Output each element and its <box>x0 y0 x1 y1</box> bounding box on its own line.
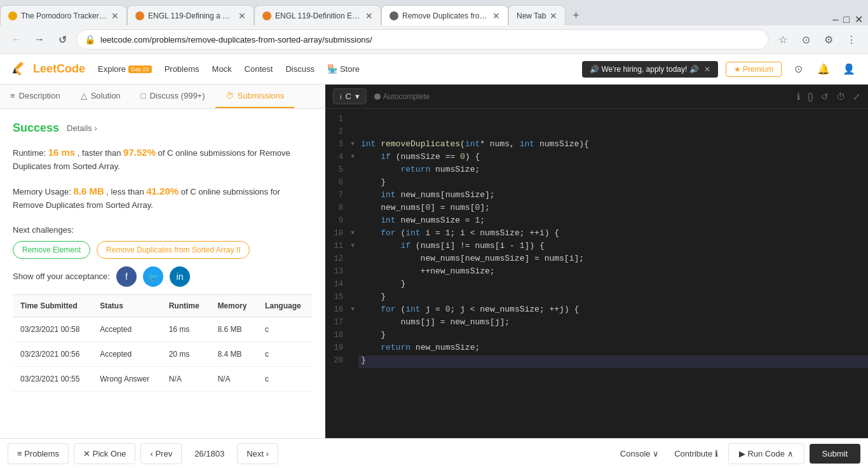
contribute-button[interactable]: Contribute ℹ <box>669 449 723 458</box>
tab-description[interactable]: ≡ Description <box>0 85 71 108</box>
linkedin-share-button[interactable]: in <box>170 266 190 287</box>
forward-button[interactable]: → <box>31 31 48 48</box>
cell-time-2: 03/23/2021 00:55 <box>13 366 92 391</box>
line-content <box>358 127 868 139</box>
nav-mock-label: Mock <box>212 64 232 74</box>
line-content: } <box>358 177 868 190</box>
cell-status-1[interactable]: Accepted <box>92 341 161 366</box>
address-bar: ← → ↺ 🔒 leetcode.com/problems/remove-dup… <box>0 25 868 53</box>
close-icon[interactable]: ✕ <box>855 13 863 25</box>
tab-discuss[interactable]: □ Discuss (999+) <box>131 85 215 108</box>
code-line: 11 ▼ if (nums[i] != nums[i - 1]) { <box>325 241 868 254</box>
next-button[interactable]: Next › <box>237 443 278 464</box>
settings-icon[interactable]: ⏱ <box>836 92 845 102</box>
memory-info: Memory Usage: 8.6 MB , less than 41.20% … <box>13 184 312 212</box>
menu-icon[interactable]: ⋮ <box>843 31 860 48</box>
tab-3-close[interactable]: ✕ <box>365 11 373 21</box>
cell-status-0[interactable]: Accepted <box>92 317 161 341</box>
reset-icon[interactable]: ↺ <box>821 92 829 102</box>
hiring-text: 🔊 We're hiring, apply today! 🔊 <box>590 65 698 74</box>
line-number: 6 <box>325 177 351 190</box>
tab-bar: The Pomodoro Tracker — ✕ ENGL 119-Defini… <box>0 0 868 25</box>
prev-button[interactable]: ‹ Prev <box>140 443 182 464</box>
run-code-button[interactable]: ▶ Run Code ∧ <box>728 443 804 464</box>
language-label: C <box>345 92 351 101</box>
table-row[interactable]: 03/23/2021 00:56 Accepted 20 ms 8.4 MB c <box>13 341 312 366</box>
tab-1[interactable]: The Pomodoro Tracker — ✕ <box>0 5 127 25</box>
header-right: 🔊 We're hiring, apply today! 🔊 ✕ ★ Premi… <box>582 60 858 78</box>
format-icon[interactable]: {} <box>808 92 813 102</box>
memory-percent: 41.20% <box>146 186 179 196</box>
line-content: int new_nums[numsSize]; <box>358 190 868 203</box>
tab-submissions[interactable]: ⏱ Submissions <box>215 85 295 108</box>
hiring-close-icon[interactable]: ✕ <box>704 65 710 74</box>
challenge-remove-duplicates-ii[interactable]: Remove Duplicates from Sorted Array II <box>97 241 250 259</box>
nav-problems[interactable]: Problems <box>165 64 200 74</box>
nav-mock[interactable]: Mock <box>212 64 232 74</box>
lc-logo[interactable]: LeetCode <box>10 60 85 79</box>
refresh-button[interactable]: ↺ <box>53 31 71 48</box>
facebook-share-button[interactable]: f <box>116 266 137 287</box>
new-tab-button[interactable]: + <box>566 5 586 25</box>
fullscreen-icon[interactable]: ⤢ <box>853 92 860 102</box>
table-row[interactable]: 03/23/2021 00:55 Wrong Answer N/A N/A c <box>13 366 312 391</box>
line-expand[interactable]: ▼ <box>351 139 358 152</box>
editor-icon[interactable]: ⊙ <box>789 60 807 78</box>
line-expand[interactable]: ▼ <box>351 305 358 317</box>
language-selector[interactable]: i C ▾ <box>333 88 367 104</box>
share-label: Show off your acceptance: <box>13 272 110 281</box>
tab-5[interactable]: New Tab ✕ <box>508 5 566 25</box>
profile-icon[interactable]: ⊙ <box>797 31 815 48</box>
extensions-icon[interactable]: ⚙ <box>820 31 837 48</box>
line-content: if (nums[i] != nums[i - 1]) { <box>358 241 868 254</box>
cell-status-2[interactable]: Wrong Answer <box>92 366 161 391</box>
minimize-icon[interactable]: – <box>832 14 838 25</box>
back-button[interactable]: ← <box>8 31 25 48</box>
bookmark-icon[interactable]: ☆ <box>774 31 792 48</box>
user-avatar[interactable]: 👤 <box>840 60 858 78</box>
tab-4-close[interactable]: ✕ <box>492 11 500 21</box>
col-runtime: Runtime <box>161 295 210 317</box>
line-expand <box>351 127 358 139</box>
twitter-share-button[interactable]: 🐦 <box>143 266 163 287</box>
memory-text: Memory Usage: <box>13 187 71 196</box>
tab-2-close[interactable]: ✕ <box>238 11 246 21</box>
problems-button[interactable]: ≡ Problems <box>8 443 69 464</box>
bell-icon[interactable]: 🔔 <box>815 60 832 78</box>
line-expand[interactable]: ▼ <box>351 228 358 241</box>
line-expand[interactable]: ▼ <box>351 152 358 165</box>
line-content: int removeDuplicates(int* nums, int nums… <box>358 139 868 152</box>
tab-4[interactable]: Remove Duplicates from S... ✕ <box>381 5 508 25</box>
line-expand[interactable]: ▼ <box>351 241 358 254</box>
nav-contest[interactable]: Contest <box>245 64 273 74</box>
nav-discuss[interactable]: Discuss <box>285 64 315 74</box>
editor-toolbar: i C ▾ Autocomplete ℹ {} ↺ ⏱ ⤢ <box>325 85 868 109</box>
tab-5-close[interactable]: ✕ <box>550 11 557 21</box>
line-content <box>358 114 868 127</box>
console-button[interactable]: Console ∨ <box>615 449 664 458</box>
details-link[interactable]: Details › <box>67 123 97 133</box>
col-status: Status <box>92 295 161 317</box>
submit-button[interactable]: Submit <box>810 444 860 464</box>
line-content: for (int j = 0; j < new_numsSize; ++j) { <box>358 305 868 317</box>
line-expand <box>351 266 358 279</box>
challenge-remove-element[interactable]: Remove Element <box>13 241 90 259</box>
table-row[interactable]: 03/23/2021 00:58 Accepted 16 ms 8.6 MB c <box>13 317 312 341</box>
premium-button[interactable]: ★ Premium <box>726 62 782 77</box>
tab-2[interactable]: ENGL 119-Defining a Con... ✕ <box>127 5 254 25</box>
content-area: ≡ Description △ Solution □ Discuss (999+… <box>0 85 868 438</box>
runtime-text: Runtime: <box>13 148 46 158</box>
info-icon[interactable]: ℹ <box>797 92 800 102</box>
tab-3[interactable]: ENGL 119-Definition Essay... ✕ <box>254 5 381 25</box>
url-bar[interactable]: 🔒 leetcode.com/problems/remove-duplicate… <box>76 29 769 50</box>
tab-solution[interactable]: △ Solution <box>71 85 131 108</box>
autocomplete-option[interactable]: Autocomplete <box>374 92 430 101</box>
url-text: leetcode.com/problems/remove-duplicates-… <box>100 35 761 45</box>
description-icon: ≡ <box>10 91 15 100</box>
tab-1-close[interactable]: ✕ <box>111 11 119 21</box>
pick-one-button[interactable]: ✕ Pick One <box>74 443 135 464</box>
nav-explore[interactable]: Explore Day 22 <box>98 64 152 74</box>
maximize-icon[interactable]: □ <box>843 14 850 25</box>
nav-store[interactable]: 🏪 Store <box>327 64 360 74</box>
line-number: 14 <box>325 279 351 292</box>
